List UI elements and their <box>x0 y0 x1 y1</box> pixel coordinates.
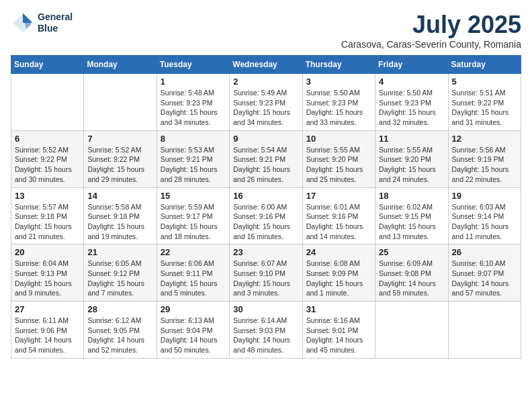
page-header: General Blue July 2025 Carasova, Caras-S… <box>11 11 521 50</box>
calendar-cell <box>84 74 157 131</box>
weekday-header-row: SundayMondayTuesdayWednesdayThursdayFrid… <box>11 56 521 74</box>
calendar-cell: 9Sunrise: 5:54 AM Sunset: 9:21 PM Daylig… <box>230 130 302 187</box>
calendar-cell: 26Sunrise: 6:10 AM Sunset: 9:07 PM Dayli… <box>448 244 521 302</box>
day-detail: Sunrise: 5:53 AM Sunset: 9:21 PM Dayligh… <box>161 145 226 185</box>
calendar-cell: 29Sunrise: 6:13 AM Sunset: 9:04 PM Dayli… <box>157 302 229 359</box>
day-detail: Sunrise: 6:00 AM Sunset: 9:16 PM Dayligh… <box>233 202 298 242</box>
day-detail: Sunrise: 5:50 AM Sunset: 9:23 PM Dayligh… <box>306 88 371 128</box>
calendar-cell: 1Sunrise: 5:48 AM Sunset: 9:23 PM Daylig… <box>157 74 229 131</box>
day-number: 19 <box>452 191 517 201</box>
week-row-3: 13Sunrise: 5:57 AM Sunset: 9:18 PM Dayli… <box>11 187 521 244</box>
calendar-cell: 3Sunrise: 5:50 AM Sunset: 9:23 PM Daylig… <box>302 74 375 131</box>
day-number: 10 <box>306 134 371 144</box>
calendar-table: SundayMondayTuesdayWednesdayThursdayFrid… <box>11 55 521 359</box>
logo-text: General Blue <box>38 11 73 34</box>
calendar-cell: 15Sunrise: 5:59 AM Sunset: 9:17 PM Dayli… <box>157 187 229 244</box>
day-number: 16 <box>233 191 298 201</box>
day-number: 31 <box>306 304 371 314</box>
calendar-cell: 31Sunrise: 6:16 AM Sunset: 9:01 PM Dayli… <box>302 302 375 359</box>
calendar-cell: 14Sunrise: 5:58 AM Sunset: 9:18 PM Dayli… <box>84 187 157 244</box>
calendar-cell: 25Sunrise: 6:09 AM Sunset: 9:08 PM Dayli… <box>375 244 448 302</box>
day-detail: Sunrise: 5:57 AM Sunset: 9:18 PM Dayligh… <box>15 202 80 242</box>
calendar-cell: 6Sunrise: 5:52 AM Sunset: 9:22 PM Daylig… <box>11 130 84 187</box>
day-detail: Sunrise: 5:49 AM Sunset: 9:23 PM Dayligh… <box>233 88 298 128</box>
day-detail: Sunrise: 5:55 AM Sunset: 9:20 PM Dayligh… <box>306 145 371 185</box>
day-number: 11 <box>379 134 444 144</box>
day-detail: Sunrise: 6:11 AM Sunset: 9:06 PM Dayligh… <box>15 316 80 355</box>
calendar-cell: 13Sunrise: 5:57 AM Sunset: 9:18 PM Dayli… <box>11 187 84 244</box>
day-detail: Sunrise: 6:13 AM Sunset: 9:04 PM Dayligh… <box>161 316 226 355</box>
calendar-cell: 24Sunrise: 6:08 AM Sunset: 9:09 PM Dayli… <box>302 244 375 302</box>
week-row-2: 6Sunrise: 5:52 AM Sunset: 9:22 PM Daylig… <box>11 130 521 187</box>
calendar-cell: 10Sunrise: 5:55 AM Sunset: 9:20 PM Dayli… <box>302 130 375 187</box>
calendar-cell: 11Sunrise: 5:55 AM Sunset: 9:20 PM Dayli… <box>375 130 448 187</box>
title-block: July 2025 Carasova, Caras-Severin County… <box>341 11 521 50</box>
weekday-header-wednesday: Wednesday <box>230 56 302 74</box>
day-number: 15 <box>161 191 226 201</box>
day-number: 17 <box>306 191 371 201</box>
day-detail: Sunrise: 6:07 AM Sunset: 9:10 PM Dayligh… <box>233 259 298 298</box>
day-number: 7 <box>87 134 152 144</box>
day-detail: Sunrise: 6:06 AM Sunset: 9:11 PM Dayligh… <box>161 259 226 298</box>
day-detail: Sunrise: 5:52 AM Sunset: 9:22 PM Dayligh… <box>87 145 152 185</box>
day-number: 27 <box>15 304 80 314</box>
day-detail: Sunrise: 5:56 AM Sunset: 9:19 PM Dayligh… <box>452 145 517 185</box>
calendar-cell: 28Sunrise: 6:12 AM Sunset: 9:05 PM Dayli… <box>84 302 157 359</box>
day-detail: Sunrise: 6:09 AM Sunset: 9:08 PM Dayligh… <box>379 259 444 298</box>
calendar-cell: 8Sunrise: 5:53 AM Sunset: 9:21 PM Daylig… <box>157 130 229 187</box>
day-detail: Sunrise: 6:05 AM Sunset: 9:12 PM Dayligh… <box>87 259 152 298</box>
day-detail: Sunrise: 5:50 AM Sunset: 9:23 PM Dayligh… <box>379 88 444 128</box>
week-row-1: 1Sunrise: 5:48 AM Sunset: 9:23 PM Daylig… <box>11 74 521 131</box>
day-detail: Sunrise: 6:14 AM Sunset: 9:03 PM Dayligh… <box>233 316 298 355</box>
day-number: 28 <box>87 304 152 314</box>
calendar-cell: 30Sunrise: 6:14 AM Sunset: 9:03 PM Dayli… <box>230 302 302 359</box>
weekday-header-friday: Friday <box>375 56 448 74</box>
day-number: 4 <box>379 77 444 87</box>
day-number: 9 <box>233 134 298 144</box>
day-number: 12 <box>452 134 517 144</box>
weekday-header-tuesday: Tuesday <box>157 56 229 74</box>
weekday-header-saturday: Saturday <box>448 56 521 74</box>
day-detail: Sunrise: 6:10 AM Sunset: 9:07 PM Dayligh… <box>452 259 517 298</box>
logo-icon <box>11 11 35 35</box>
day-number: 30 <box>233 304 298 314</box>
day-number: 13 <box>15 191 80 201</box>
day-detail: Sunrise: 5:59 AM Sunset: 9:17 PM Dayligh… <box>161 202 226 242</box>
day-detail: Sunrise: 6:08 AM Sunset: 9:09 PM Dayligh… <box>306 259 371 298</box>
calendar-cell: 18Sunrise: 6:02 AM Sunset: 9:15 PM Dayli… <box>375 187 448 244</box>
day-detail: Sunrise: 5:55 AM Sunset: 9:20 PM Dayligh… <box>379 145 444 185</box>
calendar-cell: 16Sunrise: 6:00 AM Sunset: 9:16 PM Dayli… <box>230 187 302 244</box>
day-detail: Sunrise: 6:01 AM Sunset: 9:16 PM Dayligh… <box>306 202 371 242</box>
day-number: 14 <box>87 191 152 201</box>
calendar-cell: 12Sunrise: 5:56 AM Sunset: 9:19 PM Dayli… <box>448 130 521 187</box>
day-number: 24 <box>306 247 371 257</box>
calendar-cell: 5Sunrise: 5:51 AM Sunset: 9:22 PM Daylig… <box>448 74 521 131</box>
day-detail: Sunrise: 6:12 AM Sunset: 9:05 PM Dayligh… <box>87 316 152 355</box>
day-number: 5 <box>452 77 517 87</box>
calendar-cell: 19Sunrise: 6:03 AM Sunset: 9:14 PM Dayli… <box>448 187 521 244</box>
calendar-cell: 21Sunrise: 6:05 AM Sunset: 9:12 PM Dayli… <box>84 244 157 302</box>
month-title: July 2025 <box>341 11 521 39</box>
day-number: 20 <box>15 247 80 257</box>
day-number: 2 <box>233 77 298 87</box>
day-number: 21 <box>87 247 152 257</box>
day-number: 23 <box>233 247 298 257</box>
calendar-cell: 2Sunrise: 5:49 AM Sunset: 9:23 PM Daylig… <box>230 74 302 131</box>
logo: General Blue <box>11 11 73 35</box>
calendar-cell: 27Sunrise: 6:11 AM Sunset: 9:06 PM Dayli… <box>11 302 84 359</box>
calendar-cell: 7Sunrise: 5:52 AM Sunset: 9:22 PM Daylig… <box>84 130 157 187</box>
day-number: 3 <box>306 77 371 87</box>
calendar-cell: 23Sunrise: 6:07 AM Sunset: 9:10 PM Dayli… <box>230 244 302 302</box>
calendar-cell <box>11 74 84 131</box>
week-row-5: 27Sunrise: 6:11 AM Sunset: 9:06 PM Dayli… <box>11 302 521 359</box>
day-detail: Sunrise: 6:02 AM Sunset: 9:15 PM Dayligh… <box>379 202 444 242</box>
day-number: 26 <box>452 247 517 257</box>
location: Carasova, Caras-Severin County, Romania <box>341 39 521 50</box>
weekday-header-sunday: Sunday <box>11 56 84 74</box>
day-number: 1 <box>161 77 226 87</box>
weekday-header-monday: Monday <box>84 56 157 74</box>
day-detail: Sunrise: 5:48 AM Sunset: 9:23 PM Dayligh… <box>161 88 226 128</box>
calendar-cell <box>375 302 448 359</box>
svg-marker-2 <box>23 13 32 23</box>
weekday-header-thursday: Thursday <box>302 56 375 74</box>
